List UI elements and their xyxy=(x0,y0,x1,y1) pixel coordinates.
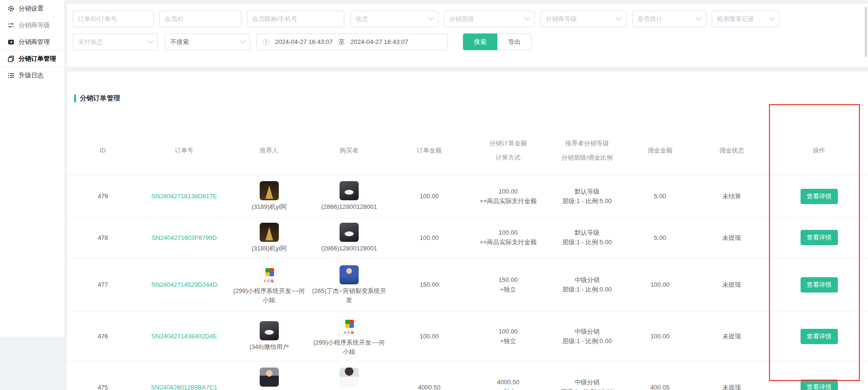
commission-status: 未提现 xyxy=(693,361,770,390)
calc-amount-cell: 4000.50+独立 xyxy=(469,361,548,390)
calc-amount-cell: 150.00+独立 xyxy=(469,258,548,312)
referrer-name: (3189)机yi阿 xyxy=(232,244,306,253)
referrer-avatar xyxy=(260,321,279,340)
view-detail-button[interactable]: 查看详情 xyxy=(801,379,838,390)
member-id-input[interactable]: 会员ID xyxy=(159,11,242,27)
view-detail-button[interactable]: 查看详情 xyxy=(801,230,838,245)
chevron-down-icon xyxy=(696,14,702,21)
sidebar-item-distributor-grade[interactable]: 分销商等级 xyxy=(0,17,64,33)
filter-panel: 订单ID/订单号 会员ID 会员昵称/手机号 状态 分销层级 分销商等级 是否统… xyxy=(67,4,868,67)
title-accent-bar xyxy=(74,95,76,102)
buyer-avatar xyxy=(340,181,359,200)
is-stat-value: 是否统计 xyxy=(637,15,662,23)
order-amount: 100.00 xyxy=(390,217,469,258)
order-id: 476 xyxy=(67,312,139,361)
distributor-grade-select[interactable]: 分销商等级 xyxy=(540,11,626,27)
sidebar-item-distributor-management[interactable]: 分销商管理 xyxy=(0,33,64,50)
copy-icon xyxy=(7,55,14,62)
buyer-name: (2866)12800128001 xyxy=(311,202,387,211)
referrer-avatar xyxy=(260,181,279,200)
referrer-avatar xyxy=(260,265,279,284)
clock-icon xyxy=(263,39,269,45)
date-end-value: 2024-04-27 16:43:07 xyxy=(351,38,408,45)
order-id: 478 xyxy=(67,217,139,258)
calc-amount-cell: 100.00++商品实际支付金额 xyxy=(469,175,548,217)
commission-amount: 5.00 xyxy=(626,217,693,258)
member-nick-input[interactable]: 会员昵称/手机号 xyxy=(247,11,344,27)
sidebar-item-label: 分销订单管理 xyxy=(19,54,56,63)
commission-status: 未提现 xyxy=(693,312,770,361)
commission-status: 未结算 xyxy=(693,175,770,217)
search-button[interactable]: 搜索 xyxy=(463,33,497,50)
sidebar-item-label: 升级日志 xyxy=(19,71,44,80)
commission-amount: 100.00 xyxy=(626,258,693,312)
gear-icon xyxy=(7,5,14,12)
sidebar-item-label: 分销商等级 xyxy=(19,21,50,30)
buyer-name: (299)小程序系统开发~~何小姐 xyxy=(311,338,387,356)
order-id: 477 xyxy=(67,258,139,312)
sidebar-item-upgrade-log[interactable]: 升级日志 xyxy=(0,67,64,84)
order-id: 479 xyxy=(67,175,139,217)
commission-status: 未提现 xyxy=(693,258,770,312)
buyer-avatar xyxy=(340,265,359,284)
referrer-level-cell: 中级分销层级:1 - 比例:0.00 xyxy=(548,312,626,361)
sidebar-item-label: 分销商管理 xyxy=(19,38,50,46)
referrer-avatar xyxy=(260,368,279,387)
order-number-link[interactable]: SN24042714529D244D xyxy=(151,281,217,288)
sidebar-item-distribution-orders[interactable]: 分销订单管理 xyxy=(0,50,64,67)
list-icon xyxy=(7,72,14,79)
dup-check-select[interactable]: 检测重复记录 xyxy=(712,11,780,27)
col-header-commission-status: 佣金状态 xyxy=(693,127,770,175)
referrer-avatar xyxy=(260,223,279,242)
sidebar: 分销设置 分销商等级 分销商管理 分销订单管理 升级日志 xyxy=(0,0,64,336)
col-header-actions: 操作 xyxy=(770,127,868,175)
member-id-placeholder: 会员ID xyxy=(165,15,183,23)
calc-amount-cell: 100.00+独立 xyxy=(469,312,548,361)
distribution-level-select[interactable]: 分销层级 xyxy=(444,11,535,27)
search-mode-select[interactable]: 不搜索 xyxy=(165,33,250,50)
order-number-link[interactable]: SN24042716138D817E xyxy=(151,193,217,200)
sidebar-item-label: 分销设置 xyxy=(19,4,44,13)
status-select-value: 状态 xyxy=(356,15,368,23)
date-range-picker[interactable]: 2024-04-27 16:43:07 至 2024-04-27 16:43:0… xyxy=(256,33,448,50)
view-detail-button[interactable]: 查看详情 xyxy=(801,329,838,344)
order-id: 475 xyxy=(67,361,139,390)
sliders-icon xyxy=(7,22,14,29)
buyer-avatar xyxy=(340,317,359,336)
view-detail-button[interactable]: 查看详情 xyxy=(801,277,838,292)
pay-status-select[interactable]: 支付状态 xyxy=(73,33,158,50)
status-select[interactable]: 状态 xyxy=(351,11,439,27)
col-header-calc-amount: 分销计算金额计算方式 xyxy=(469,127,548,175)
page: 分销设置 分销商等级 分销商管理 分销订单管理 升级日志 xyxy=(0,0,868,390)
col-header-id: ID xyxy=(67,127,139,175)
order-id-input[interactable]: 订单ID/订单号 xyxy=(73,11,154,27)
buyer-name: (2866)12800128001 xyxy=(311,244,387,253)
col-header-commission: 佣金金额 xyxy=(626,127,693,175)
is-stat-select[interactable]: 是否统计 xyxy=(632,11,706,27)
vertical-scrollbar[interactable] xyxy=(865,7,867,57)
export-button[interactable]: 导出 xyxy=(497,33,532,50)
dup-check-value: 检测重复记录 xyxy=(717,15,754,23)
order-number-link[interactable]: SN24042601289BA7C1 xyxy=(151,384,218,390)
col-header-referrer-level: 推荐者分销等级分销层级/佣金比例 xyxy=(548,127,626,175)
chevron-down-icon xyxy=(769,14,775,21)
referrer-name: (348)微信用户 xyxy=(232,342,306,351)
order-amount: 100.00 xyxy=(390,175,469,217)
order-number-link[interactable]: SN2404271438402D4E xyxy=(151,333,217,340)
calc-amount-cell: 100.00++商品实际支付金额 xyxy=(469,217,548,258)
referrer-level-cell: 中级分销层级:1 - 比例:0.00 xyxy=(548,258,626,312)
commission-amount: 5.00 xyxy=(626,175,693,217)
referrer-name: (3189)机yi阿 xyxy=(232,202,306,211)
search-mode-value: 不搜索 xyxy=(170,38,189,46)
date-start-value: 2024-04-27 16:43:07 xyxy=(275,38,333,45)
chevron-down-icon xyxy=(240,37,246,43)
view-detail-button[interactable]: 查看详情 xyxy=(801,189,838,204)
col-header-buyer: 购买者 xyxy=(308,127,390,175)
referrer-name: (299)小程序系统开发~~何小姐 xyxy=(232,286,306,304)
commission-amount: 400.05 xyxy=(626,361,693,390)
sidebar-item-distribution-settings[interactable]: 分销设置 xyxy=(0,0,64,17)
buyer-name: (265)丁杰~营销裂变系统开发 xyxy=(311,286,387,304)
order-number-link[interactable]: SN2404271603F6799D xyxy=(152,234,217,241)
orders-table: ID 订单号 推荐人 购买者 订单金额 分销计算金额计算方式 推荐者分销等级分销… xyxy=(67,127,868,390)
table-row: 479 SN24042716138D817E (3189)机yi阿 (2866)… xyxy=(67,175,868,217)
